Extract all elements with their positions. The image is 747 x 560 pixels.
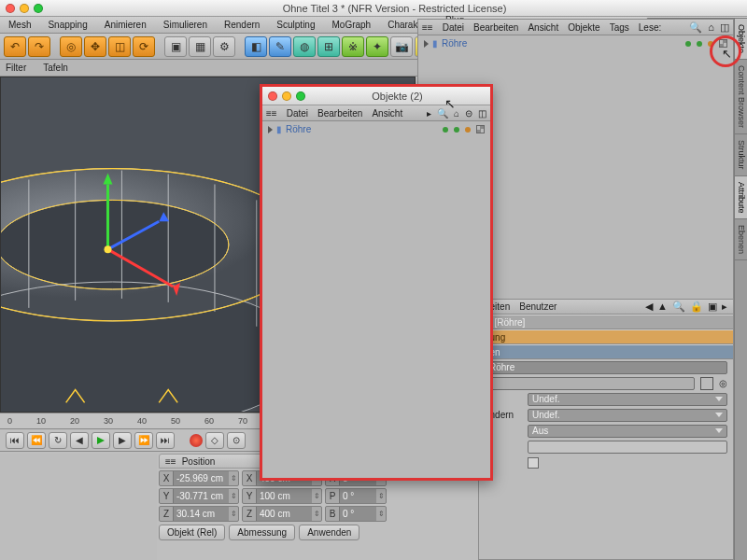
coord-mode-button[interactable]: Objekt (Rel): [159, 525, 225, 540]
undock-icon[interactable]: ◫: [720, 21, 729, 34]
coord-apply-button[interactable]: Anwenden: [299, 525, 359, 540]
attr-section-coords[interactable]: ften: [479, 344, 733, 359]
fw-menu-datei[interactable]: Datei: [287, 108, 308, 119]
expand-icon[interactable]: [268, 126, 273, 133]
menu-icon[interactable]: ▸: [722, 301, 727, 313]
array-button[interactable]: ⊞: [317, 36, 340, 57]
cube-button[interactable]: ◧: [245, 36, 267, 57]
om-menu-objekte[interactable]: Objekte: [568, 22, 599, 33]
step-fwd-button[interactable]: ▶: [113, 432, 132, 449]
pos-z-field[interactable]: 30.14 cm: [173, 507, 229, 521]
tab-objekte[interactable]: Objekte: [735, 19, 747, 60]
attr-tab-benutzer[interactable]: Benutzer: [519, 301, 557, 312]
menu-sculpting[interactable]: Sculpting: [272, 19, 319, 31]
attr-name-field[interactable]: Röhre: [485, 361, 727, 374]
visibility-editor-icon[interactable]: [685, 41, 691, 47]
tab-attribute[interactable]: Attribute: [735, 176, 747, 220]
scale-button[interactable]: ◫: [108, 36, 131, 57]
nurbs-button[interactable]: ◍: [293, 36, 316, 57]
attr-checkbox[interactable]: [528, 457, 539, 469]
autokey-button[interactable]: ◇: [205, 432, 224, 449]
fw-item-roehre[interactable]: ▮ Röhre: [262, 121, 490, 137]
close-icon[interactable]: [268, 91, 277, 101]
camera-button[interactable]: 📷: [390, 36, 413, 57]
redo-button[interactable]: ↷: [28, 36, 50, 57]
goto-start-button[interactable]: ⏮: [6, 432, 24, 449]
pos-y-field[interactable]: -30.771 cm: [173, 489, 229, 503]
next-key-button[interactable]: ⏩: [134, 432, 153, 449]
lock-icon[interactable]: 🔒: [690, 301, 703, 313]
picker-icon[interactable]: ◎: [719, 378, 727, 388]
filter-label[interactable]: Filter: [6, 63, 26, 73]
om-menu-datei[interactable]: Datei: [443, 22, 464, 33]
pos-x-field[interactable]: -25.969 cm: [173, 471, 229, 485]
om-menu-lese[interactable]: Lese:: [639, 22, 661, 33]
minimize-icon[interactable]: [282, 91, 291, 101]
tab-content-browser[interactable]: Content Browser: [735, 60, 747, 134]
menu-mograph[interactable]: MoGraph: [328, 19, 376, 31]
expand-icon[interactable]: [424, 40, 429, 48]
tafeln-label[interactable]: Tafeln: [43, 63, 68, 73]
tex-tag-icon[interactable]: [476, 125, 485, 133]
visibility-editor-icon[interactable]: [443, 127, 448, 133]
visibility-render-icon[interactable]: [454, 127, 459, 133]
move-button[interactable]: ✥: [84, 36, 106, 57]
live-select-button[interactable]: ◎: [60, 36, 82, 57]
om-menu-tags[interactable]: Tags: [610, 22, 629, 33]
rot-p-field[interactable]: 0 °: [339, 489, 376, 503]
tag-icon[interactable]: [708, 41, 713, 47]
attr-layer-field[interactable]: [485, 377, 695, 390]
search-icon[interactable]: 🔍: [672, 301, 685, 313]
close-icon[interactable]: [6, 4, 15, 13]
rotate-button[interactable]: ⟳: [133, 36, 155, 57]
home-icon[interactable]: ⌂: [708, 21, 714, 34]
fw-menu-bearbeiten[interactable]: Bearbeiten: [317, 108, 362, 119]
objects-floating-window[interactable]: Objekte (2) ≡≡ Datei Bearbeiten Ansicht …: [260, 84, 493, 481]
record-button[interactable]: [190, 434, 203, 447]
step-back-button[interactable]: ◀: [70, 432, 89, 449]
rot-b-field[interactable]: 0 °: [339, 507, 376, 521]
home-icon[interactable]: ⌂: [454, 108, 459, 119]
key-opts-button[interactable]: ⊙: [227, 432, 246, 449]
search-icon[interactable]: 🔍: [437, 108, 448, 119]
up-icon[interactable]: ▲: [657, 301, 668, 313]
attr-extra-field[interactable]: [528, 441, 727, 454]
attr-display-mode[interactable]: Aus: [528, 425, 727, 438]
menu-mesh[interactable]: Mesh: [4, 19, 35, 31]
attr-render-vis[interactable]: Undef.: [528, 409, 727, 422]
back-icon[interactable]: ◀: [645, 301, 653, 313]
environment-button[interactable]: ✦: [366, 36, 388, 57]
deformer-button[interactable]: ※: [342, 36, 364, 57]
spline-button[interactable]: ✎: [269, 36, 291, 57]
minimize-icon[interactable]: [20, 4, 29, 13]
play-button[interactable]: [92, 432, 110, 449]
undock-icon[interactable]: ◫: [478, 108, 486, 119]
search-icon[interactable]: 🔍: [689, 21, 702, 34]
attr-editor-vis[interactable]: Undef.: [528, 393, 727, 406]
undo-button[interactable]: ↶: [4, 36, 26, 57]
new-icon[interactable]: ▣: [708, 301, 717, 313]
fw-menu-ansicht[interactable]: Ansicht: [372, 108, 402, 119]
om-item-roehre[interactable]: ▮ Röhre: [418, 35, 733, 51]
menu-snapping[interactable]: Snapping: [43, 19, 92, 31]
floatwin-titlebar[interactable]: Objekte (2): [262, 87, 490, 105]
zoom-icon[interactable]: [296, 91, 305, 101]
render-region-button[interactable]: ▦: [189, 36, 211, 57]
menu-animieren[interactable]: Animieren: [100, 19, 151, 31]
visibility-render-icon[interactable]: [697, 41, 702, 47]
render-button[interactable]: ▣: [164, 36, 187, 57]
arrow-icon[interactable]: ▸: [427, 108, 431, 119]
tab-struktur[interactable]: Struktur: [735, 134, 747, 176]
eye-icon[interactable]: ⊝: [465, 108, 472, 119]
zoom-icon[interactable]: [34, 4, 43, 13]
size-y-field[interactable]: 100 cm: [256, 489, 312, 503]
size-z-field[interactable]: 400 cm: [256, 507, 312, 521]
goto-end-button[interactable]: ⏭: [156, 432, 175, 449]
menu-rendern[interactable]: Rendern: [219, 19, 264, 31]
menu-simulieren[interactable]: Simulieren: [159, 19, 212, 31]
prev-key-button[interactable]: ⏪: [27, 432, 46, 449]
om-menu-ansicht[interactable]: Ansicht: [528, 22, 558, 33]
coord-dim-button[interactable]: Abmessung: [229, 525, 295, 540]
tag-icon[interactable]: [465, 127, 471, 133]
render-settings-button[interactable]: ⚙: [213, 36, 235, 57]
